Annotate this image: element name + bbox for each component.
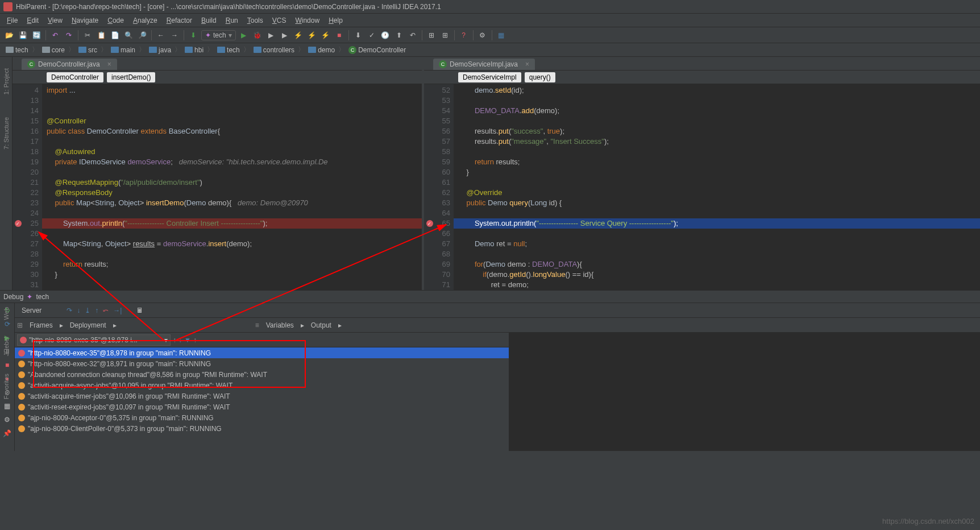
drop-frame-icon[interactable]: ⤺ xyxy=(103,307,109,314)
breadcrumb-item[interactable]: demo xyxy=(306,46,337,54)
pin-icon[interactable]: 📌 xyxy=(2,428,13,438)
breadcrumb-item[interactable]: tech xyxy=(3,46,31,54)
build-icon[interactable]: ⬇ xyxy=(188,30,199,41)
menu-help[interactable]: Help xyxy=(324,15,347,26)
coverage-icon[interactable]: ▶ xyxy=(265,30,277,41)
server-tab[interactable]: Server xyxy=(17,305,46,316)
breadcrumb-item[interactable]: hbi xyxy=(182,46,206,54)
crumb-class[interactable]: DemoController xyxy=(47,72,103,82)
menu-analyze[interactable]: Analyze xyxy=(128,15,162,26)
layout-icon[interactable]: ▦ xyxy=(496,30,507,41)
output-tab[interactable]: Output xyxy=(311,321,331,329)
history-icon[interactable]: 🕐 xyxy=(380,30,391,41)
run-to-cursor-icon[interactable]: →| xyxy=(113,307,122,314)
close-tab-icon[interactable]: × xyxy=(107,60,111,68)
breadcrumb-item[interactable]: java xyxy=(147,46,173,54)
menu-code[interactable]: Code xyxy=(103,15,128,26)
struct-icon[interactable]: ⊞ xyxy=(426,30,437,41)
thread-frame-row[interactable]: "activiti-reset-expired-jobs"@10,097 in … xyxy=(15,401,509,412)
paste-icon[interactable]: 📄 xyxy=(109,30,121,41)
step-over-icon[interactable]: ↷ xyxy=(67,307,72,314)
settings-icon[interactable]: ⚙ xyxy=(2,415,13,425)
breadcrumb-item[interactable]: main xyxy=(109,46,138,54)
evaluate-icon[interactable]: 🖩 xyxy=(136,307,143,314)
code-editor-left[interactable]: 4131415161718192021222324252627282930313… xyxy=(13,84,422,290)
vcs-icon[interactable]: ⬇ xyxy=(352,30,364,41)
filter-icon[interactable]: ▼ xyxy=(184,336,191,344)
find-icon[interactable]: 🔍 xyxy=(123,30,134,41)
structure-tool-tab[interactable]: 7: Structure xyxy=(3,117,10,150)
run-icon[interactable]: ▶ xyxy=(238,30,250,41)
breakpoint-icon[interactable] xyxy=(15,220,22,227)
menu-navigate[interactable]: Navigate xyxy=(67,15,103,26)
close-tab-icon[interactable]: × xyxy=(525,60,529,68)
menu-run[interactable]: Run xyxy=(221,15,243,26)
commit-icon[interactable]: ✓ xyxy=(366,30,377,41)
step-into-icon[interactable]: ↓ xyxy=(77,307,80,314)
forward-icon[interactable]: → xyxy=(169,30,180,41)
force-step-into-icon[interactable]: ⤓ xyxy=(85,307,90,314)
breadcrumb-item[interactable]: src xyxy=(76,46,99,54)
breadcrumb-item[interactable]: tech xyxy=(215,46,242,54)
menu-view[interactable]: View xyxy=(43,15,67,26)
menu-file[interactable]: File xyxy=(2,15,22,26)
help-icon[interactable]: ? xyxy=(458,30,470,41)
prev-frame-icon[interactable]: ↑ xyxy=(173,336,176,344)
revert-icon[interactable]: ↶ xyxy=(407,30,418,41)
menu-vcs[interactable]: VCS xyxy=(268,15,291,26)
undo-icon[interactable]: ↶ xyxy=(49,30,61,41)
favorites-tab[interactable]: Favorites xyxy=(3,374,10,399)
layout-icon[interactable]: ▦ xyxy=(2,401,13,411)
frames-tab[interactable]: Frames xyxy=(30,321,53,329)
profile-icon[interactable]: ▶ xyxy=(279,30,290,41)
crumb-method[interactable]: insertDemo() xyxy=(107,72,155,82)
struct2-icon[interactable]: ⊞ xyxy=(439,30,451,41)
open-icon[interactable]: 📂 xyxy=(3,30,15,41)
variables-tab[interactable]: Variables xyxy=(266,321,294,329)
menu-edit[interactable]: Edit xyxy=(22,15,43,26)
jrebel-tab[interactable]: JRebel xyxy=(3,337,10,356)
thread-frame-row[interactable]: "activiti-acquire-async-jobs"@10,095 in … xyxy=(15,380,509,391)
copy-icon[interactable]: 📋 xyxy=(95,30,107,41)
attach3-icon[interactable]: ⚡ xyxy=(320,30,331,41)
settings-icon[interactable]: ⚙ xyxy=(477,30,488,41)
thread-frame-row[interactable]: "activiti-acquire-timer-jobs"@10,096 in … xyxy=(15,391,509,401)
breakpoint-icon[interactable] xyxy=(426,220,433,227)
menu-refactor[interactable]: Refactor xyxy=(162,15,197,26)
run-config-selector[interactable]: ✦ tech ▾ xyxy=(201,30,236,40)
replace-icon[interactable]: 🔎 xyxy=(136,30,148,41)
debug-icon[interactable]: 🐞 xyxy=(252,30,263,41)
attach2-icon[interactable]: ⚡ xyxy=(306,30,318,41)
project-tool-tab[interactable]: 1: Project xyxy=(3,68,10,94)
push-icon[interactable]: ⬆ xyxy=(393,30,405,41)
crumb-method[interactable]: query() xyxy=(525,72,555,82)
editor-tab-democontroller[interactable]: C DemoController.java × xyxy=(22,59,117,70)
code-editor-right[interactable]: 5253545556575859606162636465666768697071… xyxy=(424,84,980,290)
save-icon[interactable]: 💾 xyxy=(17,30,28,41)
menu-window[interactable]: Window xyxy=(290,15,324,26)
attach-icon[interactable]: ⚡ xyxy=(293,30,304,41)
crumb-class[interactable]: DemoServiceImpl xyxy=(458,72,521,82)
redo-icon[interactable]: ↷ xyxy=(63,30,74,41)
thread-frame-row[interactable]: "ajp-nio-8009-ClientPoller-0"@5,373 in g… xyxy=(15,423,509,434)
thread-frame-row[interactable]: "Abandoned connection cleanup thread"@8,… xyxy=(15,369,509,380)
thread-frame-row[interactable]: "http-nio-8080-exec-32"@18,971 in group … xyxy=(15,358,509,369)
sync-icon[interactable]: 🔄 xyxy=(31,30,42,41)
menu-build[interactable]: Build xyxy=(197,15,221,26)
menu-tools[interactable]: Tools xyxy=(243,15,268,26)
web-tab[interactable]: Web xyxy=(3,307,10,320)
back-icon[interactable]: ← xyxy=(155,30,167,41)
deployment-tab[interactable]: Deployment xyxy=(70,321,106,329)
editor-tab-demoserviceimpl[interactable]: C DemoServiceImpl.java × xyxy=(433,59,535,70)
step-out-icon[interactable]: ↑ xyxy=(95,307,98,314)
next-frame-icon[interactable]: ↓ xyxy=(178,336,182,344)
cut-icon[interactable]: ✂ xyxy=(82,30,93,41)
more-icon[interactable]: ↑ xyxy=(193,336,197,344)
thread-selector[interactable]: "http-nio-8080-exec-35"@18,978 i... ▾ xyxy=(17,334,171,346)
breadcrumb-item[interactable]: controllers xyxy=(251,46,297,54)
breadcrumb-item[interactable]: core xyxy=(40,46,67,54)
stop-icon[interactable]: ■ xyxy=(334,30,345,41)
breadcrumb-item[interactable]: CDemoController xyxy=(346,46,408,54)
thread-frame-row[interactable]: "http-nio-8080-exec-35"@18,978 in group … xyxy=(15,347,509,358)
thread-frame-row[interactable]: "ajp-nio-8009-Acceptor-0"@5,375 in group… xyxy=(15,412,509,423)
